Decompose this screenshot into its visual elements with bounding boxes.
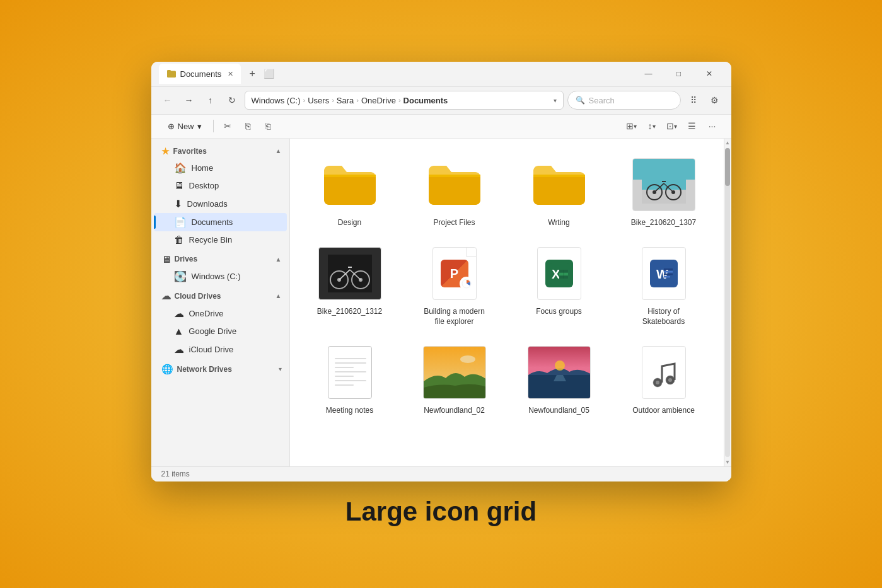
explorer-window: Documents ✕ + ⬜ — □ ✕ ← → ↑ ↻ Windows (C… xyxy=(151,62,731,481)
address-bar[interactable]: Windows (C:) › Users › Sara › OneDrive ›… xyxy=(245,91,564,110)
address-dropdown-icon[interactable]: ▾ xyxy=(554,97,557,104)
file-item-project-files[interactable]: Project Files xyxy=(405,149,504,233)
network-drives-header[interactable]: 🌐 Network Drives ▾ xyxy=(151,361,289,378)
scroll-up-arrow[interactable]: ▲ xyxy=(725,140,730,146)
sidebar-item-onedrive[interactable]: ☁ OneDrive xyxy=(154,304,287,323)
svg-point-36 xyxy=(460,355,475,363)
file-item-design[interactable]: Design xyxy=(300,149,400,233)
file-item-bike2[interactable]: Bike_210620_1312 xyxy=(300,238,400,331)
network-drives-label: Network Drives xyxy=(177,365,232,374)
sidebar-item-icloud[interactable]: ☁ iCloud Drive xyxy=(154,340,287,359)
tab-label: Documents xyxy=(180,69,222,79)
windows-c-label: Windows (C:) xyxy=(192,272,241,281)
downloads-icon: ⬇ xyxy=(174,198,182,210)
scroll-track[interactable] xyxy=(725,148,730,457)
file-item-bike1[interactable]: Bike_210620_1307 xyxy=(614,149,714,233)
cut-btn[interactable]: ✂ xyxy=(219,117,236,135)
file-name-music: Outdoor ambience xyxy=(632,406,695,416)
new-tab-btn[interactable]: + xyxy=(243,65,261,83)
up-btn[interactable]: ↑ xyxy=(202,91,219,109)
sidebar-item-downloads[interactable]: ⬇ Downloads xyxy=(154,195,287,213)
item-count: 21 items xyxy=(161,470,190,478)
close-btn[interactable]: ✕ xyxy=(695,64,724,84)
cloud-drives-header[interactable]: ☁ Cloud Drives ▲ xyxy=(151,288,289,304)
svg-point-44 xyxy=(668,378,672,382)
network-drives-title: 🌐 Network Drives xyxy=(161,364,232,375)
file-name-project-files: Project Files xyxy=(433,218,475,228)
favorites-header[interactable]: ★ Favorites ▲ xyxy=(151,144,289,159)
favorites-section: ★ Favorites ▲ 🏠 Home 🖥 Desktop ⬇ Downloa… xyxy=(151,144,289,249)
network-drives-section: 🌐 Network Drives ▾ xyxy=(151,361,289,378)
svg-rect-32 xyxy=(664,271,673,273)
tab-documents[interactable]: Documents ✕ xyxy=(159,64,241,84)
icloud-icon: ☁ xyxy=(174,343,184,355)
more-btn[interactable]: ··· xyxy=(704,117,721,135)
new-chevron: ▾ xyxy=(197,122,202,131)
file-item-meeting-notes[interactable]: Meeting notes xyxy=(300,337,400,421)
file-item-excel[interactable]: X Focus grou xyxy=(509,238,609,331)
svg-rect-34 xyxy=(664,276,670,278)
sidebar-item-documents[interactable]: 📄 Documents xyxy=(154,213,287,231)
txt-line-3 xyxy=(335,367,354,368)
forward-btn[interactable]: → xyxy=(180,91,198,109)
tab-close-btn[interactable]: ✕ xyxy=(228,70,233,78)
file-name-design: Design xyxy=(338,218,361,228)
sidebar-item-home[interactable]: 🏠 Home xyxy=(154,159,287,177)
copy-btn[interactable]: ⎘ xyxy=(239,117,257,135)
new-btn[interactable]: ⊕ New ▾ xyxy=(161,119,208,134)
folder-tab-icon xyxy=(166,69,177,79)
paste-btn[interactable]: ⎗ xyxy=(259,117,277,135)
settings-icon[interactable]: ⚙ xyxy=(706,91,724,109)
sidebar-item-desktop[interactable]: 🖥 Desktop xyxy=(154,177,287,195)
music-file-icon xyxy=(632,344,695,401)
sort-btn[interactable]: ↕▾ xyxy=(643,117,661,135)
sep2: › xyxy=(332,96,334,104)
folder-icon-project-files xyxy=(423,156,486,213)
details-btn[interactable]: ☰ xyxy=(683,117,701,135)
file-item-newfound05[interactable]: Newfoundland_05 xyxy=(509,337,609,421)
breadcrumb-part-1: Windows (C:) xyxy=(252,96,301,105)
file-name-bike1: Bike_210620_1307 xyxy=(631,218,696,228)
file-name-newfound02: Newfoundland_02 xyxy=(424,406,485,416)
view-chevron: ▾ xyxy=(634,123,637,130)
minimize-btn[interactable]: — xyxy=(634,64,663,84)
drives-icon: 🖥 xyxy=(161,254,171,265)
refresh-btn[interactable]: ↻ xyxy=(223,91,241,109)
scroll-thumb[interactable] xyxy=(725,148,730,186)
sort-icon: ↕ xyxy=(648,121,653,131)
disk-icon: 💽 xyxy=(174,270,187,282)
tab-layout-btn[interactable]: ⬜ xyxy=(264,69,274,79)
back-btn[interactable]: ← xyxy=(159,91,177,109)
sidebar-item-recycle[interactable]: 🗑 Recycle Bin xyxy=(154,231,287,249)
image-newfound02 xyxy=(423,344,486,401)
file-item-ppt[interactable]: P Building a mod xyxy=(405,238,504,331)
maximize-btn[interactable]: □ xyxy=(664,64,693,84)
scroll-down-arrow[interactable]: ▼ xyxy=(725,459,730,465)
txt-line-5 xyxy=(335,376,354,377)
dots-grid-icon[interactable]: ⠿ xyxy=(685,91,702,109)
google-drive-label: Google Drive xyxy=(189,326,236,336)
breadcrumb-part-4: OneDrive xyxy=(361,96,396,105)
scrollbar[interactable]: ▲ ▼ xyxy=(724,139,731,466)
file-item-word[interactable]: W History of xyxy=(614,238,714,331)
drives-header[interactable]: 🖥 Drives ▲ xyxy=(151,251,289,267)
recycle-label: Recycle Bin xyxy=(189,235,233,245)
window-controls: — □ ✕ xyxy=(634,64,724,84)
toolbar: ⊕ New ▾ ✂ ⎘ ⎗ ⊞▾ ↕▾ ⊡▾ ☰ ··· xyxy=(151,115,731,139)
filter-btn[interactable]: ⊡▾ xyxy=(663,117,681,135)
cloud-drives-icon: ☁ xyxy=(161,291,171,302)
view-btn[interactable]: ⊞▾ xyxy=(623,117,641,135)
documents-label: Documents xyxy=(192,217,233,227)
file-item-newfound02[interactable]: Newfoundland_02 xyxy=(405,337,504,421)
svg-point-43 xyxy=(656,381,659,384)
file-item-music[interactable]: Outdoor ambience xyxy=(614,337,714,421)
search-box[interactable]: 🔍 Search xyxy=(567,91,681,110)
file-item-wrting[interactable]: Wrting xyxy=(509,149,609,233)
sidebar-item-windows-c[interactable]: 💽 Windows (C:) xyxy=(154,267,287,285)
drives-chevron: ▲ xyxy=(276,256,282,263)
recycle-icon: 🗑 xyxy=(174,234,184,246)
sep1: › xyxy=(303,96,306,104)
excel-file-icon: X xyxy=(528,245,591,302)
sidebar-item-google-drive[interactable]: ▲ Google Drive xyxy=(154,323,287,340)
search-icon: 🔍 xyxy=(576,96,585,105)
